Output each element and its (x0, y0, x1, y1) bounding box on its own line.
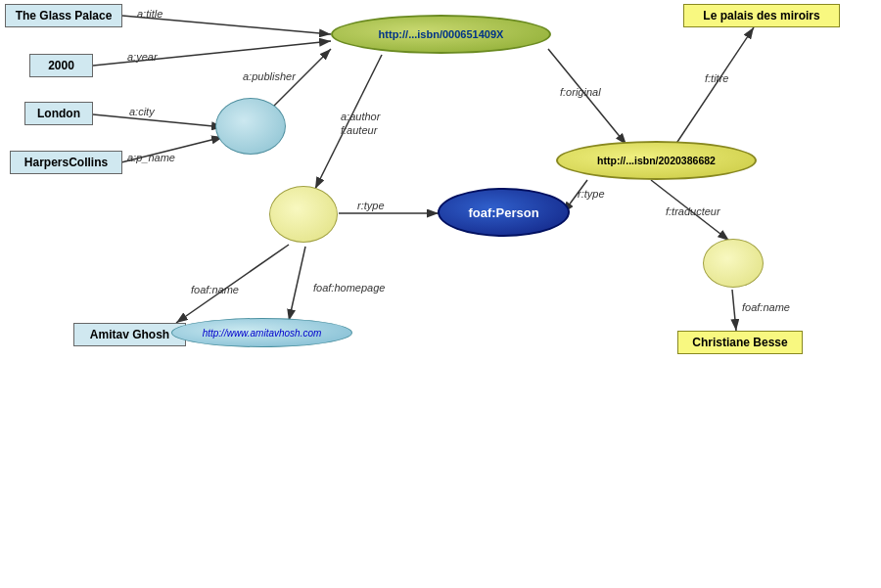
svg-line-11 (675, 27, 754, 145)
label-rtype2: r:type (578, 188, 605, 200)
label-ftitre: f:titre (705, 72, 728, 84)
node-palais: Le palais des miroirs (683, 4, 840, 27)
svg-line-3 (93, 114, 223, 127)
node-foaf-person: foaf:Person (438, 188, 570, 237)
label-pname: a:p_name (127, 152, 175, 163)
node-author-oval (269, 186, 338, 243)
node-year: 2000 (29, 54, 93, 77)
label-foaf-homepage: foaf:homepage (313, 282, 385, 294)
label-original: f:original (560, 86, 601, 98)
node-glass-palace: The Glass Palace (5, 4, 122, 27)
label-title: a:title (137, 8, 162, 20)
label-traducteur: f:traducteur (666, 205, 720, 217)
label-city: a:city (129, 106, 155, 117)
label-foaf-name2: foaf:name (742, 301, 790, 313)
node-publisher-name: HarpersCollins (10, 151, 122, 174)
svg-line-9 (289, 247, 305, 321)
label-foaf-name1: foaf:name (191, 284, 239, 295)
label-publisher: a:publisher (243, 70, 296, 82)
node-isbn-main: http://...isbn/000651409X (331, 15, 551, 54)
node-isbn-french: http://...isbn/2020386682 (556, 141, 757, 180)
node-amitav: Amitav Ghosh (73, 323, 186, 346)
node-christiane: Christiane Besse (677, 331, 803, 354)
node-city: London (24, 102, 93, 125)
node-publisher-oval (215, 98, 286, 155)
label-author: a:authorf:auteur (341, 110, 380, 138)
label-rtype1: r:type (357, 200, 385, 211)
node-translator-oval (703, 239, 764, 288)
label-year: a:year (127, 51, 158, 63)
svg-line-14 (732, 290, 736, 331)
node-homepage: http://www.amitavhosh.com (171, 318, 352, 347)
